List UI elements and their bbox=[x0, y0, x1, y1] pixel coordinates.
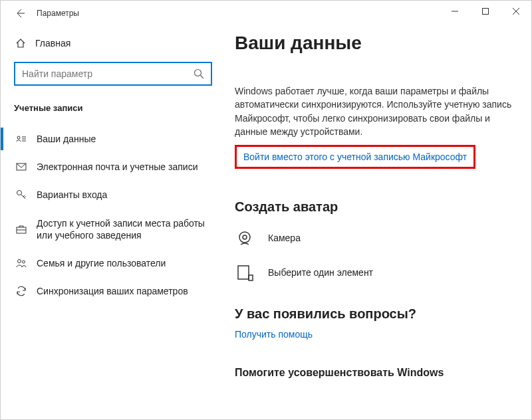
sidebar-item-label: Ваши данные bbox=[37, 133, 212, 145]
search-icon bbox=[194, 68, 204, 79]
svg-point-1 bbox=[195, 70, 201, 76]
sidebar-item-email[interactable]: Электронная почта и учетные записи bbox=[1, 153, 225, 181]
sidebar-item-label: Синхронизация ваших параметров bbox=[37, 285, 212, 297]
search-input[interactable] bbox=[22, 68, 194, 79]
app-title: Параметры bbox=[37, 9, 79, 18]
svg-rect-10 bbox=[238, 266, 249, 279]
back-arrow-icon bbox=[15, 8, 25, 19]
home-label: Главная bbox=[35, 38, 70, 49]
mail-icon bbox=[15, 161, 27, 173]
signin-microsoft-link[interactable]: Войти вместо этого с учетной записью Май… bbox=[243, 152, 467, 162]
sync-icon bbox=[15, 285, 27, 297]
home-nav[interactable]: Главная bbox=[1, 33, 225, 54]
avatar-browse-label: Выберите один элемент bbox=[268, 267, 373, 278]
svg-point-8 bbox=[239, 232, 250, 243]
svg-point-7 bbox=[23, 261, 25, 263]
sidebar-item-signin-options[interactable]: Варианты входа bbox=[1, 181, 225, 209]
svg-point-2 bbox=[17, 136, 20, 139]
maximize-button[interactable] bbox=[470, 1, 501, 22]
get-help-link[interactable]: Получить помощь bbox=[235, 329, 313, 340]
avatar-browse-option[interactable]: Выберите один элемент bbox=[235, 262, 518, 282]
briefcase-icon bbox=[15, 223, 27, 235]
avatar-camera-option[interactable]: Камера bbox=[235, 228, 518, 248]
sidebar-item-your-info[interactable]: Ваши данные bbox=[1, 125, 225, 153]
improve-windows-heading: Помогите усовершенствовать Windows bbox=[235, 367, 518, 379]
avatar-camera-label: Камера bbox=[268, 233, 301, 243]
signin-link-highlight: Войти вместо этого с учетной записью Май… bbox=[235, 145, 475, 169]
close-button[interactable] bbox=[501, 1, 531, 22]
sidebar-item-label: Доступ к учетной записи места работы или… bbox=[37, 217, 212, 241]
people-icon bbox=[15, 257, 27, 269]
svg-point-9 bbox=[243, 235, 247, 239]
close-icon bbox=[513, 8, 519, 15]
sidebar-section-title: Учетные записи bbox=[1, 95, 225, 125]
svg-point-6 bbox=[18, 260, 21, 263]
sidebar: Главная Учетные записи Ваши данные Элект… bbox=[1, 26, 225, 419]
sidebar-item-sync[interactable]: Синхронизация ваших параметров bbox=[1, 277, 225, 305]
person-card-icon bbox=[15, 133, 27, 145]
sync-description: Windows работает лучше, когда ваши парам… bbox=[235, 84, 518, 138]
home-icon bbox=[15, 38, 26, 49]
svg-point-4 bbox=[17, 191, 22, 195]
minimize-button[interactable] bbox=[440, 1, 470, 22]
svg-rect-0 bbox=[483, 9, 489, 15]
minimize-icon bbox=[452, 8, 458, 15]
search-box[interactable] bbox=[14, 62, 212, 86]
back-button[interactable] bbox=[7, 1, 33, 26]
sidebar-item-label: Электронная почта и учетные записи bbox=[37, 161, 212, 173]
questions-heading: У вас появились вопросы? bbox=[235, 306, 518, 322]
page-title: Ваши данные bbox=[235, 33, 518, 54]
svg-rect-11 bbox=[249, 275, 253, 280]
sidebar-item-label: Варианты входа bbox=[37, 189, 212, 201]
browse-icon bbox=[235, 262, 255, 282]
camera-icon bbox=[235, 228, 255, 248]
sidebar-item-work-access[interactable]: Доступ к учетной записи места работы или… bbox=[1, 209, 225, 249]
sidebar-item-family[interactable]: Семья и другие пользователи bbox=[1, 249, 225, 277]
main-content: Ваши данные Windows работает лучше, когд… bbox=[225, 26, 531, 419]
avatar-heading: Создать аватар bbox=[235, 199, 518, 215]
key-icon bbox=[15, 189, 27, 201]
maximize-icon bbox=[482, 8, 489, 15]
sidebar-item-label: Семья и другие пользователи bbox=[37, 257, 212, 269]
